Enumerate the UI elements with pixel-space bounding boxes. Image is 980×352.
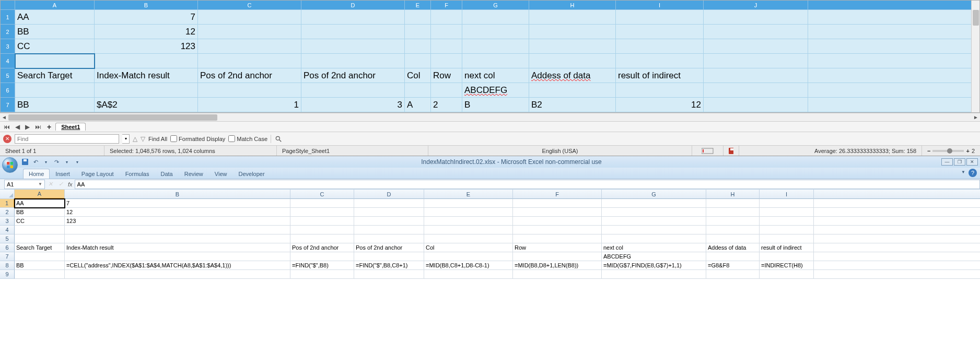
cell-C4[interactable] (198, 54, 301, 68)
cell-excel-I7[interactable] (760, 252, 814, 261)
undo-icon[interactable]: ↶ (31, 158, 40, 166)
cell-excel-G7[interactable]: ABCDEFG (602, 252, 706, 261)
cell-I1[interactable] (616, 10, 704, 25)
row-header-7[interactable]: 7 (1, 98, 15, 112)
cell-A7[interactable]: BB (15, 98, 95, 112)
cell-excel-I5[interactable] (760, 234, 814, 243)
cell-excel-B5[interactable] (65, 234, 290, 243)
row-header-excel-9[interactable]: 9 (0, 270, 15, 279)
cell-G6[interactable]: ABCDEFG (462, 83, 529, 98)
cell-A1[interactable]: AA (15, 10, 95, 25)
cell-excel-I8[interactable]: =INDIRECT(H8) (760, 261, 814, 270)
cell-F4[interactable] (431, 54, 462, 68)
row-header-excel-5[interactable]: 5 (0, 234, 15, 243)
cell-I7[interactable]: 12 (616, 98, 704, 112)
cell-excel-I1[interactable] (760, 199, 814, 208)
cell-excel-G4[interactable] (602, 226, 706, 234)
tab-prev-icon[interactable]: ◀ (14, 123, 21, 131)
cell-B1[interactable]: 7 (95, 10, 198, 25)
cell-excel-A2[interactable]: BB (15, 208, 65, 217)
name-box-dropdown-icon[interactable]: ▼ (38, 182, 42, 186)
cell-excel-C3[interactable] (290, 217, 354, 226)
cell-H3[interactable] (529, 39, 616, 54)
col-header-H[interactable]: H (529, 1, 616, 10)
row-header-excel-7[interactable]: 7 (0, 252, 15, 261)
cell-H6[interactable] (529, 83, 616, 98)
zoom-out-button[interactable]: − (927, 148, 930, 154)
col-header-excel-B[interactable]: B (65, 190, 290, 199)
cell-I4[interactable] (616, 54, 704, 68)
cell-excel-D8[interactable]: =FIND("$",B8,C8+1) (354, 261, 424, 270)
zoom-in-button[interactable]: + (966, 148, 969, 154)
find-settings-icon[interactable] (274, 135, 283, 143)
cell-excel-F3[interactable] (513, 217, 602, 226)
cell-J5[interactable] (704, 68, 808, 83)
cell-J1[interactable] (704, 10, 808, 25)
cell-B4[interactable] (95, 54, 198, 68)
col-header-excel-H[interactable]: H (706, 190, 760, 199)
find-dropdown-icon[interactable]: ▾ (122, 134, 130, 144)
tab-first-icon[interactable]: ⏮ (2, 123, 11, 131)
cell-excel-C5[interactable] (290, 234, 354, 243)
row-header-2[interactable]: 2 (1, 25, 15, 39)
close-button[interactable]: ✕ (966, 158, 978, 166)
cell-excel-H3[interactable] (706, 217, 760, 226)
redo-icon[interactable]: ↷ (52, 158, 61, 166)
cell-H4[interactable] (529, 54, 616, 68)
col-header-excel-A[interactable]: A (15, 190, 65, 199)
cell-E6[interactable] (405, 83, 431, 98)
cell-I3[interactable] (616, 39, 704, 54)
cell-B6[interactable] (95, 83, 198, 98)
formatted-display-checkbox[interactable]: Formatted Display (170, 135, 225, 142)
ribbon-tab-data[interactable]: Data (155, 169, 178, 179)
fx-icon[interactable]: fx (68, 181, 73, 187)
cell-J7[interactable] (704, 98, 808, 112)
col-header-G[interactable]: G (462, 1, 529, 10)
cell-excel-F7[interactable] (513, 252, 602, 261)
cancel-formula-icon[interactable]: ✕ (45, 180, 55, 189)
cell-J2[interactable] (704, 25, 808, 39)
col-header-excel-F[interactable]: F (513, 190, 602, 199)
ribbon-tab-home[interactable]: Home (23, 169, 50, 179)
cell-excel-C6[interactable]: Pos of 2nd anchor (290, 243, 354, 252)
row-header-excel-2[interactable]: 2 (0, 208, 15, 217)
cell-excel-D4[interactable] (354, 226, 424, 234)
cell-excel-H2[interactable] (706, 208, 760, 217)
undo-dropdown-icon[interactable]: ▼ (42, 158, 50, 166)
cell-excel-H9[interactable] (706, 270, 760, 279)
cell-excel-F6[interactable]: Row (513, 243, 602, 252)
cell-G1[interactable] (462, 10, 529, 25)
ribbon-tab-formulas[interactable]: Formulas (120, 169, 155, 179)
cell-C1[interactable] (198, 10, 301, 25)
find-input[interactable] (15, 134, 119, 144)
cell-excel-D5[interactable] (354, 234, 424, 243)
vertical-scrollbar[interactable] (971, 1, 979, 112)
cell-excel-C4[interactable] (290, 226, 354, 234)
cell-F2[interactable] (431, 25, 462, 39)
cell-excel-B4[interactable] (65, 226, 290, 234)
cell-excel-D2[interactable] (354, 208, 424, 217)
row-header-3[interactable]: 3 (1, 39, 15, 54)
row-header-excel-6[interactable]: 6 (0, 243, 15, 252)
cell-excel-A1[interactable]: AA (15, 199, 65, 208)
cell-excel-H8[interactable]: =G8&F8 (706, 261, 760, 270)
col-header-excel-C[interactable]: C (290, 190, 354, 199)
find-prev-icon[interactable]: △ (133, 135, 137, 143)
cell-excel-H4[interactable] (706, 226, 760, 234)
find-next-icon[interactable]: ▽ (141, 135, 145, 143)
scroll-right-icon[interactable]: ► (972, 113, 980, 122)
cell-excel-F1[interactable] (513, 199, 602, 208)
status-language[interactable]: English (USA) (428, 146, 692, 156)
select-all-corner-excel[interactable] (0, 190, 15, 199)
cell-excel-B7[interactable] (65, 252, 290, 261)
col-header-F[interactable]: F (431, 1, 462, 10)
row-header-6[interactable]: 6 (1, 83, 15, 98)
cell-excel-A8[interactable]: BB (15, 261, 65, 270)
col-header-J[interactable]: J (704, 1, 808, 10)
col-header-E[interactable]: E (405, 1, 431, 10)
row-header-excel-4[interactable]: 4 (0, 226, 15, 234)
hscroll-track[interactable] (8, 113, 972, 122)
ribbon-minimize-icon[interactable]: ▼ (961, 170, 965, 174)
cell-J3[interactable] (704, 39, 808, 54)
cell-excel-A5[interactable] (15, 234, 65, 243)
